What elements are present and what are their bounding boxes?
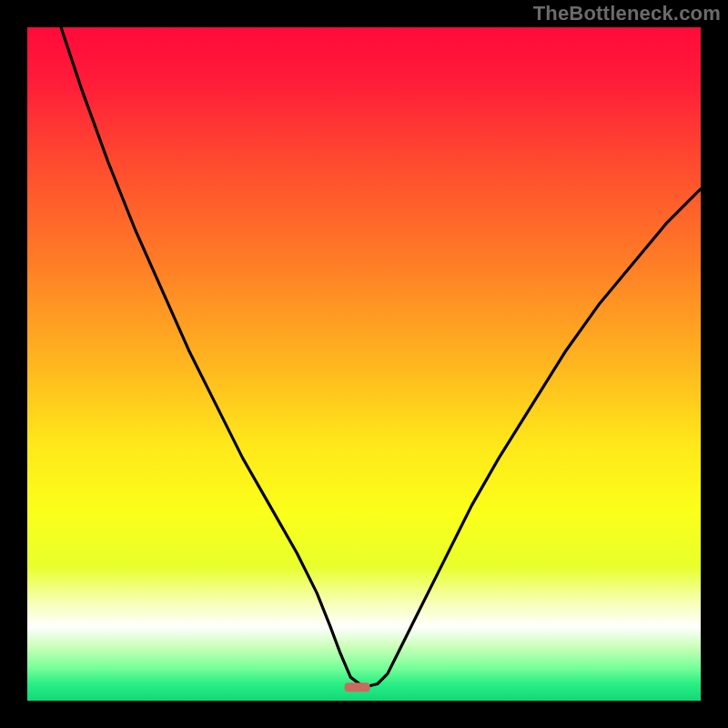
gradient-background xyxy=(27,27,701,701)
bottleneck-chart xyxy=(27,27,701,701)
watermark-text: TheBottleneck.com xyxy=(533,2,721,25)
optimal-marker xyxy=(345,682,370,692)
chart-frame: TheBottleneck.com xyxy=(0,0,728,728)
